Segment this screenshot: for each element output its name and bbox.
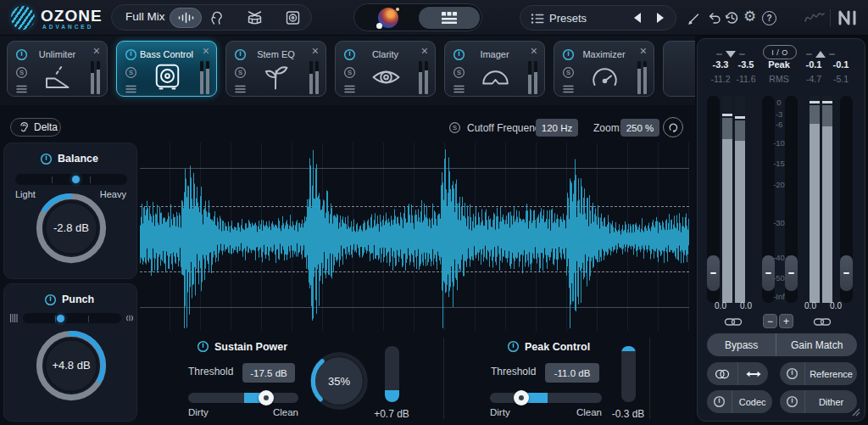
reference-power-button[interactable] [780,362,804,385]
balance-slider[interactable] [15,174,127,185]
cutoff-solo-icon[interactable]: S [448,121,461,134]
fader-handle[interactable] [707,255,720,291]
punch-slider[interactable] [23,313,121,323]
preset-next-button[interactable] [657,13,664,23]
sustain-slider-handle[interactable] [259,390,274,405]
module-card-unlimiter[interactable]: Unlimiter × S [7,41,108,97]
balance-power-icon[interactable] [40,153,53,165]
menu-icon[interactable] [16,85,27,93]
vocal-mode-icon[interactable] [208,9,225,26]
module-card-stem-eq[interactable]: Stem EQ × S [225,41,326,97]
edit-pencil-icon[interactable] [687,10,702,25]
punch-section: Punch +4.8 dB [3,283,137,422]
decrement-button[interactable]: − [763,314,777,328]
input-link-icon[interactable] [724,316,743,327]
zoom-reset-button[interactable] [663,117,683,137]
solo-icon[interactable]: S [343,66,356,79]
menu-icon[interactable] [563,85,574,93]
zoom-value[interactable]: 250 % [620,119,659,137]
input-fader-l[interactable] [707,96,720,303]
scale-tick: -6 [759,120,799,129]
preset-prev-button[interactable] [634,13,641,23]
module-card-partial[interactable] [663,41,695,97]
peak-slider[interactable] [490,393,602,403]
help-icon[interactable]: ? [762,11,776,25]
solo-icon[interactable]: S [562,66,575,79]
balance-knob[interactable]: -2.8 dB [31,188,111,268]
module-card-clarity[interactable]: Clarity × S [335,41,436,97]
close-icon[interactable]: × [531,44,537,58]
codec-power-button[interactable] [707,390,732,413]
gain-match-button[interactable]: Gain Match [776,333,857,356]
reference-button[interactable]: Reference [804,362,857,385]
module-card-imager[interactable]: Imager × S [444,41,545,97]
sustain-threshold-value[interactable]: -17.5 dB [242,363,295,383]
drums-mode-icon[interactable] [246,9,264,26]
punch-slider-handle[interactable] [57,315,64,322]
waveform-display[interactable] [140,143,689,331]
balance-slider-handle[interactable] [72,176,80,183]
sustain-threshold-label: Threshold [188,366,233,377]
sustain-power-icon[interactable] [197,340,209,353]
sustain-slider[interactable] [188,393,298,403]
close-icon[interactable]: × [640,44,647,58]
module-card-maximizer[interactable]: Maximizer × S [554,41,654,97]
peak-power-icon[interactable] [507,340,520,353]
speaker-icon [148,62,186,92]
close-icon[interactable]: × [312,44,319,58]
output-fader-r[interactable] [840,96,853,303]
meter-fill [621,346,636,351]
presets-label[interactable]: Presets [549,12,587,25]
detailed-view-button[interactable] [419,7,480,29]
peak-gain-label: -0.3 dB [600,408,656,420]
settings-gear-icon[interactable]: ⚙ [743,9,756,24]
close-icon[interactable]: × [421,44,428,58]
codec-button[interactable]: Codec [732,390,772,413]
signature-icon[interactable] [804,9,826,26]
menu-icon[interactable] [235,85,246,93]
menu-icon[interactable] [344,85,355,93]
output-gain-l[interactable]: 0.0 [796,301,825,310]
svg-text:S: S [453,124,457,131]
assistant-view-icon[interactable] [378,8,398,28]
undo-icon[interactable] [707,10,722,25]
menu-icon[interactable] [453,85,465,93]
solo-icon[interactable]: S [234,66,247,79]
output-selector[interactable] [806,51,835,58]
solo-icon[interactable]: S [125,66,137,79]
fader-handle[interactable] [840,255,853,291]
peak-slider-handle[interactable] [514,390,529,405]
input-selector[interactable] [716,51,745,58]
output-gain-r[interactable]: 0.0 [821,301,850,310]
module-card-bass-control[interactable]: Bass Control × S [116,41,217,97]
output-link-icon[interactable] [813,316,832,327]
bypass-button[interactable]: Bypass [707,333,776,356]
delta-button[interactable]: Delta [10,118,61,137]
mode-full-mix-button[interactable] [170,8,202,28]
solo-icon[interactable]: S [453,66,465,79]
ozone-plugin-window: OZONE ADVANCED Full Mix [0,0,868,425]
io-toggle-button[interactable]: I / O [763,45,797,59]
preset-list-icon[interactable] [531,13,545,25]
history-icon[interactable] [724,10,739,25]
punch-power-icon[interactable] [44,294,57,306]
scale-tick: -Inf [759,292,799,301]
input-gain-r[interactable]: 0.0 [732,301,760,310]
width-button[interactable] [737,362,768,385]
cutoff-frequency-value[interactable]: 120 Hz [536,119,578,137]
close-icon[interactable]: × [203,44,209,58]
dither-power-button[interactable] [780,390,804,413]
speaker-mode-icon[interactable] [284,9,302,26]
menu-icon[interactable] [125,85,136,93]
input-gain-l[interactable]: 0.0 [706,301,735,310]
stereo-button[interactable] [707,362,737,385]
sustain-amount-knob[interactable]: 35% [309,350,370,411]
increment-button[interactable]: + [779,314,793,328]
peak-threshold-value[interactable]: -11.0 dB [545,363,599,383]
module-meter [637,61,647,94]
solo-icon[interactable]: S [15,66,28,79]
dither-button[interactable]: Dither [804,390,857,413]
punch-knob[interactable]: +4.8 dB [31,326,111,405]
close-icon[interactable]: × [93,44,100,58]
resize-grip[interactable] [850,406,860,417]
